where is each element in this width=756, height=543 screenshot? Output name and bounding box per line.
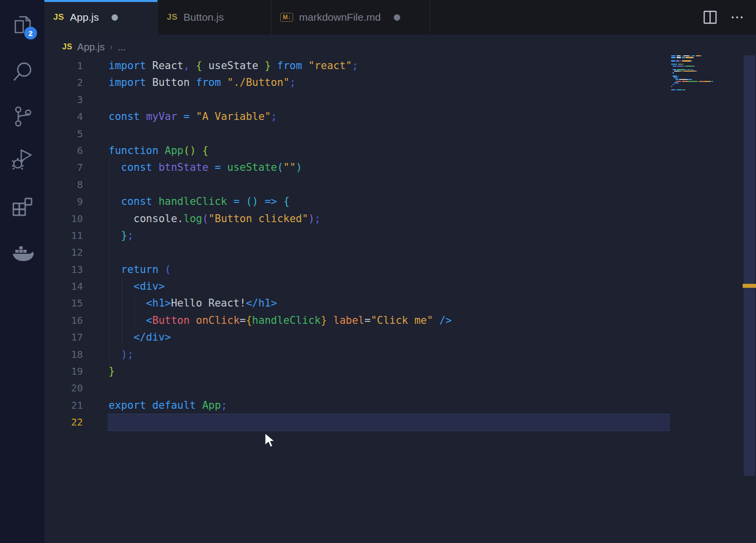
minimap-token — [690, 55, 691, 56]
token: <h1> — [146, 297, 171, 309]
token: default — [152, 399, 196, 411]
token: "Button clicked" — [208, 213, 308, 225]
tab-bar: JS App.js JS Button.js M↓ markdownFile.m… — [44, 0, 756, 35]
token: ; — [352, 60, 358, 72]
line-number: 3 — [44, 91, 83, 108]
minimap-token — [674, 71, 680, 72]
minimap[interactable] — [671, 55, 745, 100]
minimap-token — [690, 69, 692, 70]
minimap-token — [683, 55, 689, 56]
token: { — [283, 195, 290, 207]
token: useState — [227, 161, 277, 173]
code-text: import React, { useState } from "react"; — [109, 57, 358, 74]
minimap-token — [682, 81, 687, 82]
tab-button-js[interactable]: JS Button.js — [158, 0, 271, 35]
token: } — [109, 365, 115, 377]
line-number: 16 — [44, 312, 83, 329]
editor-pane[interactable]: JS App.js › ... 1import React, { useStat… — [44, 35, 756, 543]
minimap-token — [682, 60, 691, 61]
token: ; — [221, 399, 227, 411]
code-line: 21export default App; — [44, 397, 743, 414]
code-text: const btnState = useState("") — [109, 159, 302, 176]
token: "" — [283, 161, 296, 173]
token: App — [165, 145, 184, 156]
token: onClick — [196, 314, 240, 326]
token: "./Button" — [227, 77, 289, 88]
minimap-token — [691, 60, 692, 61]
code-text: import Button from "./Button"; — [109, 74, 296, 91]
chevron-right-icon: › — [110, 42, 113, 52]
token: Hello React! — [171, 297, 246, 309]
tab-label: App.js — [70, 11, 99, 23]
token: </div> — [134, 331, 171, 343]
code-area[interactable]: 1import React, { useState } from "react"… — [44, 57, 743, 452]
minimap-token — [679, 79, 688, 80]
source-control-icon[interactable] — [11, 105, 34, 127]
docker-icon[interactable] — [11, 243, 34, 266]
token: console — [134, 213, 178, 225]
code-text: </div> — [109, 329, 171, 346]
minimap-token — [677, 57, 681, 58]
token: { — [246, 314, 252, 326]
code-line: 10 console.log("Button clicked"); — [44, 210, 743, 227]
code-line: 7 const btnState = useState("") — [44, 159, 743, 176]
code-line: 18 ); — [44, 346, 743, 363]
explorer-icon[interactable]: 2 — [11, 14, 34, 37]
minimap-token — [677, 55, 680, 56]
code-line: 14 <div> — [44, 278, 743, 295]
token: return — [121, 264, 158, 275]
token: "react" — [308, 60, 352, 72]
tab-app-js[interactable]: JS App.js — [44, 0, 158, 35]
line-number: 4 — [44, 108, 83, 125]
tab-markdownfile-md[interactable]: M↓ markdownFile.md — [271, 0, 430, 35]
breadcrumb-symbol[interactable]: ... — [117, 41, 126, 53]
modified-indicator[interactable] — [112, 14, 118, 21]
code-text: <Button onClick={handleClick} label="Cli… — [109, 312, 452, 329]
token: handleClick — [252, 314, 321, 326]
code-line: 3 — [44, 91, 743, 108]
minimap-token — [685, 66, 691, 67]
split-editor-icon[interactable] — [703, 10, 718, 25]
run-debug-icon[interactable] — [11, 148, 34, 171]
modified-indicator[interactable] — [394, 14, 400, 21]
minimap-token — [677, 69, 685, 70]
token: { — [196, 60, 202, 72]
code-text: export default App; — [109, 397, 227, 414]
line-number: 11 — [44, 227, 83, 244]
mouse-cursor — [263, 432, 277, 448]
token: ) — [308, 213, 315, 225]
breadcrumb-file[interactable]: App.js — [77, 41, 105, 53]
code-line: 11 }; — [44, 227, 743, 244]
line-number: 5 — [44, 125, 83, 142]
activity-bar: 2 — [0, 0, 44, 543]
token: "A Variable" — [196, 111, 271, 122]
modified-line-marker — [743, 284, 756, 288]
token: /> — [439, 314, 452, 326]
minimap-token — [674, 72, 675, 73]
scrollbar[interactable] — [743, 35, 756, 543]
token: myVar — [146, 111, 177, 122]
minimap-token — [671, 89, 676, 90]
extensions-icon[interactable] — [11, 195, 34, 218]
line-number: 7 — [44, 159, 83, 176]
code-text: console.log("Button clicked"); — [109, 210, 321, 227]
minimap-token — [688, 69, 689, 70]
minimap-token — [682, 57, 685, 58]
minimap-token — [678, 76, 679, 77]
line-number: 13 — [44, 261, 83, 278]
minimap-token — [697, 81, 698, 82]
line-number: 14 — [44, 278, 83, 295]
token: ( — [202, 213, 209, 225]
scrollbar-slider[interactable] — [744, 55, 755, 476]
minimap-token — [682, 55, 683, 56]
line-number: 10 — [44, 210, 83, 227]
minimap-token — [693, 57, 694, 58]
minimap-token — [680, 55, 681, 56]
more-actions-icon[interactable]: ⋯ — [730, 12, 745, 22]
token: = — [184, 111, 190, 122]
token: useState — [208, 60, 258, 72]
token: ; — [290, 77, 296, 88]
code-text: <div> — [109, 278, 165, 295]
minimap-token — [677, 66, 683, 67]
search-icon[interactable] — [11, 60, 34, 83]
